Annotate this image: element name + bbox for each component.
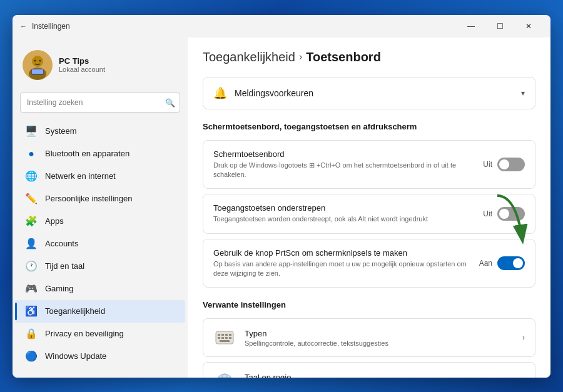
taal-icon-box bbox=[213, 370, 236, 377]
tijd-icon: 🕐 bbox=[25, 260, 38, 273]
nav-label-tijd: Tijd en taal bbox=[45, 261, 84, 271]
nav-label-toegankelijkheid: Toegankelijkheid bbox=[45, 306, 105, 316]
toggle-thumb-prtscn bbox=[513, 258, 523, 268]
accounts-icon: 👤 bbox=[25, 238, 38, 250]
avatar bbox=[23, 50, 53, 80]
setting-desc-schermtoetsenbord: Druk op de Windows-logotoets ⊞ +Ctrl+O o… bbox=[213, 161, 475, 180]
related-taal-name: Taal en regio bbox=[245, 373, 514, 378]
window-controls: — ☐ ✕ bbox=[457, 15, 543, 38]
setting-status-prtscn: Aan bbox=[479, 259, 492, 268]
setting-name-toegangstoetsen: Toegangstoetsen onderstrepen bbox=[213, 203, 475, 213]
setting-control-schermtoetsenbord: Uit bbox=[483, 158, 525, 171]
svg-rect-10 bbox=[221, 334, 224, 336]
sidebar: PC Tips Lokaal account 🔍 🖥️ Systeem ● Bl… bbox=[13, 38, 188, 378]
notification-section[interactable]: 🔔 Meldingsvoorkeuren ▾ bbox=[203, 77, 535, 109]
taal-icon bbox=[215, 371, 235, 377]
privacy-icon: 🔒 bbox=[25, 328, 38, 340]
setting-info-schermtoetsenbord: Schermtoetsenbord Druk op de Windows-log… bbox=[213, 149, 483, 180]
svg-rect-13 bbox=[218, 337, 220, 339]
setting-name-schermtoetsenbord: Schermtoetsenbord bbox=[213, 149, 475, 159]
svg-rect-15 bbox=[225, 337, 228, 339]
nav-label-persoonlijk: Persoonlijke instellingen bbox=[45, 194, 132, 203]
nav-label-apps: Apps bbox=[45, 216, 64, 226]
nav-item-privacy[interactable]: 🔒 Privacy en beveiliging bbox=[15, 323, 185, 345]
apps-icon: 🧩 bbox=[25, 215, 38, 228]
related-typen-info: Typen Spellingcontrole, autocorrectie, t… bbox=[245, 329, 514, 347]
window-title: Instellingen bbox=[32, 22, 70, 31]
svg-rect-16 bbox=[229, 337, 231, 339]
toggle-thumb-schermtoetsenbord bbox=[499, 159, 509, 169]
toggle-schermtoetsenbord[interactable] bbox=[497, 158, 525, 171]
persoonlijk-icon: ✏️ bbox=[25, 193, 38, 205]
main-content: PC Tips Lokaal account 🔍 🖥️ Systeem ● Bl… bbox=[13, 38, 550, 378]
search-box: 🔍 bbox=[20, 93, 180, 113]
svg-rect-17 bbox=[220, 340, 230, 342]
notif-left: 🔔 Meldingsvoorkeuren bbox=[213, 86, 313, 100]
user-section: PC Tips Lokaal account bbox=[13, 45, 188, 90]
toggle-prtscn[interactable] bbox=[497, 256, 525, 270]
close-button[interactable]: ✕ bbox=[514, 15, 543, 38]
setting-name-prtscn: Gebruik de knop PrtScn om schermknipsels… bbox=[213, 248, 472, 258]
nav-item-update[interactable]: 🔵 Windows Update bbox=[15, 345, 185, 368]
related-taal[interactable]: Taal en regio Weergavetaal, voorkeurstaa… bbox=[203, 362, 535, 377]
minimize-button[interactable]: — bbox=[457, 15, 485, 38]
toggle-toegangstoetsen[interactable] bbox=[497, 207, 525, 221]
svg-rect-14 bbox=[221, 337, 224, 339]
setting-control-prtscn: Aan bbox=[479, 256, 525, 270]
nav-label-netwerk: Netwerk en internet bbox=[45, 171, 116, 181]
back-button[interactable]: ← bbox=[20, 23, 27, 30]
setting-prtscn: Gebruik de knop PrtScn om schermknipsels… bbox=[203, 239, 535, 288]
notif-label: Meldingsvoorkeuren bbox=[235, 88, 313, 98]
nav-item-bluetooth[interactable]: ● Bluetooth en apparaten bbox=[15, 143, 185, 165]
setting-info-prtscn: Gebruik de knop PrtScn om schermknipsels… bbox=[213, 248, 479, 279]
related-typen-name: Typen bbox=[245, 329, 514, 338]
settings-window: ← Instellingen — ☐ ✕ bbox=[13, 15, 550, 378]
setting-status-schermtoetsenbord: Uit bbox=[483, 160, 492, 169]
typen-icon bbox=[215, 328, 235, 348]
setting-desc-toegangstoetsen: Toegangstoetsen worden onderstreept, ook… bbox=[213, 214, 475, 224]
update-icon: 🔵 bbox=[25, 350, 38, 363]
svg-point-3 bbox=[34, 59, 36, 61]
nav-label-gaming: Gaming bbox=[45, 284, 74, 293]
nav-label-privacy: Privacy en beveiliging bbox=[45, 329, 124, 338]
user-name: PC Tips bbox=[59, 56, 105, 66]
page-parent: Toegankelijkheid bbox=[203, 50, 295, 64]
nav-item-systeem[interactable]: 🖥️ Systeem bbox=[15, 120, 185, 143]
nav-item-accounts[interactable]: 👤 Accounts bbox=[15, 233, 185, 255]
bell-icon: 🔔 bbox=[213, 86, 227, 100]
nav-item-netwerk[interactable]: 🌐 Netwerk en internet bbox=[15, 165, 185, 188]
chevron-down-icon: ▾ bbox=[521, 89, 525, 98]
setting-control-toegangstoetsen: Uit bbox=[483, 207, 525, 221]
user-account-type: Lokaal account bbox=[59, 66, 105, 73]
svg-rect-11 bbox=[225, 334, 228, 336]
maximize-button[interactable]: ☐ bbox=[485, 15, 514, 38]
nav-item-persoonlijk[interactable]: ✏️ Persoonlijke instellingen bbox=[15, 188, 185, 210]
nav-item-tijd[interactable]: 🕐 Tijd en taal bbox=[15, 255, 185, 278]
titlebar: ← Instellingen — ☐ ✕ bbox=[13, 15, 550, 38]
systeem-icon: 🖥️ bbox=[25, 125, 38, 138]
svg-rect-12 bbox=[229, 334, 231, 336]
nav-label-bluetooth: Bluetooth en apparaten bbox=[45, 149, 129, 158]
setting-status-toegangstoetsen: Uit bbox=[483, 209, 492, 218]
related-section: Verwante instellingen bbox=[203, 300, 535, 377]
toggle-thumb-toegangstoetsen bbox=[499, 209, 509, 219]
related-typen-chevron: › bbox=[522, 333, 525, 342]
related-typen-sub: Spellingcontrole, autocorrectie, tekstsu… bbox=[245, 339, 514, 347]
nav-item-apps[interactable]: 🧩 Apps bbox=[15, 210, 185, 233]
svg-rect-9 bbox=[218, 334, 220, 336]
user-info: PC Tips Lokaal account bbox=[59, 56, 105, 73]
svg-point-4 bbox=[39, 59, 41, 61]
svg-point-1 bbox=[32, 56, 43, 67]
nav-label-systeem: Systeem bbox=[45, 126, 77, 136]
svg-point-18 bbox=[217, 374, 232, 377]
netwerk-icon: 🌐 bbox=[25, 170, 38, 183]
page-header: Toegankelijkheid › Toetsenbord bbox=[203, 50, 535, 64]
toegankelijkheid-icon: ♿ bbox=[25, 305, 38, 318]
nav-label-accounts: Accounts bbox=[45, 239, 78, 248]
keyboard-section-title: Schermtoetsenbord, toegangstoetsen en af… bbox=[203, 122, 535, 134]
search-input[interactable] bbox=[20, 93, 180, 113]
search-icon: 🔍 bbox=[165, 98, 175, 107]
nav-item-toegankelijkheid[interactable]: ♿ Toegankelijkheid bbox=[15, 300, 185, 323]
related-typen[interactable]: Typen Spellingcontrole, autocorrectie, t… bbox=[203, 318, 535, 357]
nav-item-gaming[interactable]: 🎮 Gaming bbox=[15, 278, 185, 300]
